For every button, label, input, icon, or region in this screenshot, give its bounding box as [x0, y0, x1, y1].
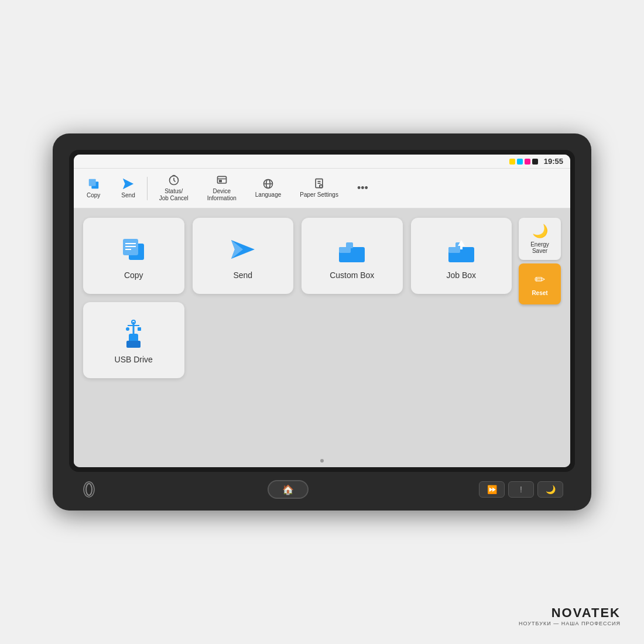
send-nav-icon: [122, 177, 135, 190]
nav-item-send[interactable]: Send: [117, 175, 139, 201]
screen: 19:55 Copy: [74, 155, 570, 467]
send-tile-label: Send: [233, 270, 252, 280]
nav-item-language[interactable]: Language: [251, 176, 286, 201]
tile-send[interactable]: Send: [193, 218, 294, 294]
svg-rect-23: [346, 242, 353, 248]
svg-rect-30: [126, 341, 141, 348]
apps-area: Copy Send: [83, 218, 512, 445]
nav-item-status[interactable]: Status/ Job Cancel: [155, 172, 193, 204]
tile-copy[interactable]: Copy: [83, 218, 184, 294]
svg-rect-28: [460, 245, 463, 249]
usb-drive-tile-icon: [119, 318, 148, 349]
hw-right-buttons: ⏩ ! 🌙: [479, 481, 563, 498]
time-display: 19:55: [544, 157, 563, 166]
copy-nav-icon: [87, 177, 100, 190]
brand-tagline: НОУТБУКИ — НАША ПРОФЕССИЯ: [519, 621, 621, 626]
home-icon: 🏠: [282, 484, 294, 495]
nav-item-copy[interactable]: Copy: [82, 175, 105, 201]
brand-name: NOVATEK: [519, 605, 621, 621]
nav-right: Status/ Job Cancel Device Information: [155, 172, 373, 204]
language-icon: [262, 178, 274, 190]
ink-yellow: [509, 159, 515, 165]
copy-tile-icon: [118, 234, 149, 265]
nav-left: Copy Send: [82, 175, 140, 201]
paper-settings-icon: [313, 178, 325, 190]
energy-saver-button[interactable]: 🌙 Energy Saver: [519, 218, 561, 260]
tile-usb-drive[interactable]: USB Drive: [83, 302, 184, 378]
reset-icon: ✏: [535, 272, 545, 287]
copy-tile-label: Copy: [124, 270, 143, 280]
page-dot: [320, 459, 324, 463]
nav-copy-label: Copy: [87, 192, 100, 199]
svg-marker-2: [123, 179, 133, 189]
home-button[interactable]: 🏠: [268, 480, 309, 499]
ink-cyan: [517, 159, 523, 165]
nfc-icon: [81, 481, 97, 498]
svg-rect-34: [138, 327, 141, 331]
nav-send-label: Send: [121, 192, 135, 199]
branding: NOVATEK НОУТБУКИ — НАША ПРОФЕССИЯ: [519, 605, 621, 626]
nav-item-more[interactable]: •••: [352, 180, 373, 197]
ink-magenta: [525, 159, 530, 165]
send-tile-icon: [228, 234, 258, 265]
job-box-tile-label: Job Box: [446, 270, 476, 280]
ink-indicators: [509, 159, 538, 165]
nav-status-label: Status/ Job Cancel: [159, 188, 189, 202]
status-icon: [168, 174, 180, 186]
status-bar: 19:55: [74, 155, 570, 169]
ink-black: [532, 159, 538, 165]
alert-icon: !: [520, 485, 522, 494]
apps-row1: Copy Send: [83, 218, 512, 294]
reset-label: Reset: [532, 290, 547, 296]
nav-item-device-info[interactable]: Device Information: [203, 172, 241, 204]
nav-item-paper-settings[interactable]: Paper Settings: [295, 176, 343, 201]
alert-button[interactable]: !: [508, 481, 534, 498]
hardware-bar: 🏠 ⏩ ! 🌙: [69, 472, 575, 511]
custom-box-tile-icon: [337, 234, 367, 265]
forward-icon: ⏩: [487, 485, 497, 494]
apps-row2: USB Drive: [83, 302, 512, 378]
more-icon: •••: [357, 182, 368, 194]
sleep-button[interactable]: 🌙: [537, 481, 563, 498]
tile-job-box[interactable]: Job Box: [411, 218, 512, 294]
page-indicator: [74, 454, 570, 467]
forward-button[interactable]: ⏩: [479, 481, 505, 498]
device: 19:55 Copy: [53, 133, 591, 511]
job-box-tile-icon: [446, 234, 477, 265]
energy-saver-icon: 🌙: [532, 224, 548, 239]
nav-language-label: Language: [255, 191, 282, 198]
custom-box-tile-label: Custom Box: [330, 270, 374, 280]
svg-point-36: [86, 484, 92, 495]
svg-point-13: [320, 185, 323, 188]
nav-bar: Copy Send: [74, 169, 570, 208]
svg-point-33: [126, 327, 129, 331]
usb-drive-tile-label: USB Drive: [115, 355, 153, 364]
nav-device-info-label: Device Information: [207, 188, 237, 202]
side-buttons: 🌙 Energy Saver ✏ Reset: [519, 218, 561, 445]
reset-button[interactable]: ✏ Reset: [519, 263, 561, 304]
sleep-icon: 🌙: [546, 485, 556, 494]
nav-paper-settings-label: Paper Settings: [300, 191, 338, 198]
nav-divider: [147, 177, 148, 200]
svg-rect-6: [220, 180, 221, 182]
screen-bezel: 19:55 Copy: [69, 150, 575, 472]
main-content: Copy Send: [74, 208, 570, 454]
svg-rect-1: [88, 179, 95, 186]
device-info-icon: [216, 174, 228, 186]
tile-custom-box[interactable]: Custom Box: [302, 218, 403, 294]
energy-saver-label: Energy Saver: [522, 241, 557, 254]
